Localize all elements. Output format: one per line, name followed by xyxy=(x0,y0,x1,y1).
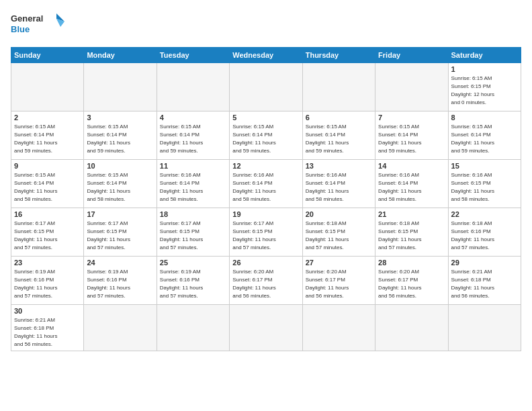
calendar-week-row: 9Sunrise: 6:15 AMSunset: 6:14 PMDaylight… xyxy=(11,160,521,208)
calendar-cell: 13Sunrise: 6:16 AMSunset: 6:14 PMDayligh… xyxy=(302,160,375,208)
day-number: 7 xyxy=(378,113,445,122)
day-info: Sunrise: 6:15 AMSunset: 6:15 PMDaylight:… xyxy=(451,75,518,107)
calendar-cell: 11Sunrise: 6:16 AMSunset: 6:14 PMDayligh… xyxy=(157,160,229,208)
day-number: 6 xyxy=(306,113,372,122)
day-info: Sunrise: 6:18 AMSunset: 6:15 PMDaylight:… xyxy=(306,220,372,252)
calendar-cell xyxy=(11,63,84,111)
day-number: 9 xyxy=(14,162,81,170)
day-number: 4 xyxy=(160,113,226,122)
day-number: 25 xyxy=(160,259,226,267)
day-info: Sunrise: 6:19 AMSunset: 6:16 PMDaylight:… xyxy=(14,268,81,300)
day-info: Sunrise: 6:15 AMSunset: 6:14 PMDaylight:… xyxy=(451,123,518,155)
day-number: 23 xyxy=(14,259,81,267)
calendar-cell: 5Sunrise: 6:15 AMSunset: 6:14 PMDaylight… xyxy=(230,111,302,160)
calendar-cell: 18Sunrise: 6:17 AMSunset: 6:15 PMDayligh… xyxy=(157,208,229,257)
weekday-header-wednesday: Wednesday xyxy=(230,48,302,63)
calendar-cell: 9Sunrise: 6:15 AMSunset: 6:14 PMDaylight… xyxy=(11,160,84,208)
day-info: Sunrise: 6:20 AMSunset: 6:17 PMDaylight:… xyxy=(232,268,299,300)
day-number: 3 xyxy=(87,113,153,122)
calendar-cell xyxy=(230,305,302,351)
day-number: 16 xyxy=(14,210,81,218)
calendar-cell: 21Sunrise: 6:18 AMSunset: 6:15 PMDayligh… xyxy=(375,208,448,257)
calendar-cell: 16Sunrise: 6:17 AMSunset: 6:15 PMDayligh… xyxy=(11,208,84,257)
day-number: 13 xyxy=(306,162,372,170)
day-info: Sunrise: 6:15 AMSunset: 6:14 PMDaylight:… xyxy=(87,171,153,203)
day-info: Sunrise: 6:15 AMSunset: 6:14 PMDaylight:… xyxy=(306,123,372,155)
day-info: Sunrise: 6:20 AMSunset: 6:17 PMDaylight:… xyxy=(306,268,372,300)
calendar-cell xyxy=(157,305,229,351)
day-number: 21 xyxy=(378,210,445,218)
calendar-cell xyxy=(230,63,302,111)
day-number: 14 xyxy=(378,162,445,170)
calendar-cell: 29Sunrise: 6:21 AMSunset: 6:18 PMDayligh… xyxy=(448,257,521,305)
day-info: Sunrise: 6:16 AMSunset: 6:14 PMDaylight:… xyxy=(160,171,226,203)
calendar-week-row: 30Sunrise: 6:21 AMSunset: 6:18 PMDayligh… xyxy=(11,305,521,351)
calendar-cell: 27Sunrise: 6:20 AMSunset: 6:17 PMDayligh… xyxy=(302,257,375,305)
day-number: 22 xyxy=(451,210,518,218)
day-number: 29 xyxy=(451,259,518,267)
day-info: Sunrise: 6:15 AMSunset: 6:14 PMDaylight:… xyxy=(87,123,153,155)
day-number: 5 xyxy=(232,113,299,122)
calendar-cell: 3Sunrise: 6:15 AMSunset: 6:14 PMDaylight… xyxy=(84,111,157,160)
calendar-cell: 15Sunrise: 6:16 AMSunset: 6:15 PMDayligh… xyxy=(448,160,521,208)
calendar-cell: 17Sunrise: 6:17 AMSunset: 6:15 PMDayligh… xyxy=(84,208,157,257)
calendar-cell xyxy=(375,305,448,351)
day-info: Sunrise: 6:15 AMSunset: 6:14 PMDaylight:… xyxy=(160,123,226,155)
weekday-header-monday: Monday xyxy=(84,48,157,63)
calendar-week-row: 23Sunrise: 6:19 AMSunset: 6:16 PMDayligh… xyxy=(11,257,521,305)
calendar-cell xyxy=(84,63,157,111)
day-info: Sunrise: 6:15 AMSunset: 6:14 PMDaylight:… xyxy=(14,123,81,155)
svg-text:Blue: Blue xyxy=(11,24,30,34)
calendar-cell xyxy=(302,305,375,351)
day-number: 24 xyxy=(87,259,153,267)
calendar-cell xyxy=(375,63,448,111)
day-info: Sunrise: 6:15 AMSunset: 6:14 PMDaylight:… xyxy=(232,123,299,155)
day-number: 10 xyxy=(87,162,153,170)
calendar-cell: 1Sunrise: 6:15 AMSunset: 6:15 PMDaylight… xyxy=(448,63,521,111)
day-number: 28 xyxy=(378,259,445,267)
day-info: Sunrise: 6:15 AMSunset: 6:14 PMDaylight:… xyxy=(378,123,445,155)
calendar-cell: 22Sunrise: 6:18 AMSunset: 6:16 PMDayligh… xyxy=(448,208,521,257)
calendar-cell xyxy=(157,63,229,111)
calendar-cell: 28Sunrise: 6:20 AMSunset: 6:17 PMDayligh… xyxy=(375,257,448,305)
logo: General Blue xyxy=(11,11,64,40)
day-number: 11 xyxy=(160,162,226,170)
day-info: Sunrise: 6:18 AMSunset: 6:15 PMDaylight:… xyxy=(378,220,445,252)
weekday-header-row: SundayMondayTuesdayWednesdayThursdayFrid… xyxy=(11,48,521,63)
day-info: Sunrise: 6:16 AMSunset: 6:14 PMDaylight:… xyxy=(306,171,372,203)
weekday-header-friday: Friday xyxy=(375,48,448,63)
calendar-cell xyxy=(84,305,157,351)
day-info: Sunrise: 6:17 AMSunset: 6:15 PMDaylight:… xyxy=(232,220,299,252)
day-info: Sunrise: 6:17 AMSunset: 6:15 PMDaylight:… xyxy=(14,220,81,252)
calendar-cell: 30Sunrise: 6:21 AMSunset: 6:18 PMDayligh… xyxy=(11,305,84,351)
calendar-cell: 2Sunrise: 6:15 AMSunset: 6:14 PMDaylight… xyxy=(11,111,84,160)
calendar-cell: 6Sunrise: 6:15 AMSunset: 6:14 PMDaylight… xyxy=(302,111,375,160)
day-number: 19 xyxy=(232,210,299,218)
day-info: Sunrise: 6:18 AMSunset: 6:16 PMDaylight:… xyxy=(451,220,518,252)
calendar-cell xyxy=(448,305,521,351)
day-info: Sunrise: 6:17 AMSunset: 6:15 PMDaylight:… xyxy=(87,220,153,252)
calendar-cell: 4Sunrise: 6:15 AMSunset: 6:14 PMDaylight… xyxy=(157,111,229,160)
day-number: 20 xyxy=(306,210,372,218)
calendar-cell: 12Sunrise: 6:16 AMSunset: 6:14 PMDayligh… xyxy=(230,160,302,208)
calendar-week-row: 2Sunrise: 6:15 AMSunset: 6:14 PMDaylight… xyxy=(11,111,521,160)
calendar-cell: 10Sunrise: 6:15 AMSunset: 6:14 PMDayligh… xyxy=(84,160,157,208)
calendar-cell xyxy=(302,63,375,111)
day-info: Sunrise: 6:15 AMSunset: 6:14 PMDaylight:… xyxy=(14,171,81,203)
day-info: Sunrise: 6:16 AMSunset: 6:14 PMDaylight:… xyxy=(232,171,299,203)
calendar-cell: 8Sunrise: 6:15 AMSunset: 6:14 PMDaylight… xyxy=(448,111,521,160)
day-number: 27 xyxy=(306,259,372,267)
calendar-table: SundayMondayTuesdayWednesdayThursdayFrid… xyxy=(11,47,521,351)
day-info: Sunrise: 6:17 AMSunset: 6:15 PMDaylight:… xyxy=(160,220,226,252)
weekday-header-tuesday: Tuesday xyxy=(157,48,229,63)
day-info: Sunrise: 6:19 AMSunset: 6:16 PMDaylight:… xyxy=(87,268,153,300)
page-header: General Blue xyxy=(11,11,521,40)
day-info: Sunrise: 6:20 AMSunset: 6:17 PMDaylight:… xyxy=(378,268,445,300)
day-number: 1 xyxy=(451,65,518,73)
logo-svg: General Blue xyxy=(11,11,64,40)
calendar-cell: 20Sunrise: 6:18 AMSunset: 6:15 PMDayligh… xyxy=(302,208,375,257)
svg-text:General: General xyxy=(11,13,43,24)
day-number: 2 xyxy=(14,113,81,122)
day-number: 26 xyxy=(232,259,299,267)
calendar-week-row: 16Sunrise: 6:17 AMSunset: 6:15 PMDayligh… xyxy=(11,208,521,257)
